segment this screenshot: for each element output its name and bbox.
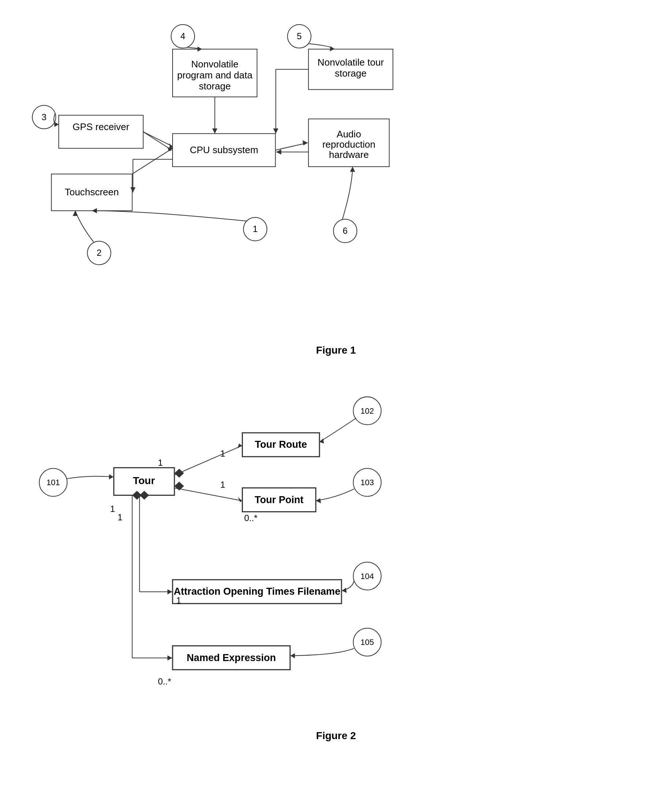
svg-point-38 (87, 241, 111, 265)
svg-line-67 (174, 446, 242, 475)
svg-text:Tour Point: Tour Point (255, 494, 303, 505)
svg-rect-55 (242, 433, 319, 457)
svg-text:storage: storage (335, 68, 367, 79)
svg-text:Tour Route: Tour Route (255, 439, 307, 450)
svg-text:103: 103 (360, 478, 374, 487)
svg-text:102: 102 (360, 406, 374, 416)
svg-text:105: 105 (360, 638, 374, 647)
svg-marker-64 (174, 481, 184, 490)
svg-text:101: 101 (47, 478, 60, 487)
svg-text:CPU subsystem: CPU subsystem (190, 144, 258, 155)
svg-marker-99 (290, 653, 295, 658)
svg-point-88 (353, 397, 381, 425)
svg-marker-29 (276, 150, 282, 155)
svg-text:program and data: program and data (177, 70, 252, 81)
svg-marker-66 (132, 491, 142, 499)
svg-marker-96 (342, 588, 347, 593)
svg-marker-90 (320, 438, 324, 443)
svg-marker-93 (316, 498, 321, 504)
svg-marker-70 (238, 497, 242, 502)
svg-text:5: 5 (297, 31, 302, 41)
svg-marker-63 (174, 469, 184, 477)
svg-text:1: 1 (118, 512, 122, 522)
svg-line-26 (275, 143, 308, 150)
svg-marker-37 (92, 208, 97, 213)
svg-rect-1 (173, 49, 257, 97)
svg-rect-4 (308, 119, 390, 167)
svg-rect-5 (51, 174, 132, 211)
svg-line-17 (143, 132, 172, 150)
svg-marker-73 (167, 589, 172, 594)
svg-marker-27 (303, 140, 308, 145)
svg-line-19 (143, 132, 173, 147)
svg-text:1: 1 (220, 480, 225, 489)
svg-marker-65 (140, 491, 149, 499)
svg-point-91 (353, 468, 381, 496)
svg-text:Touchscreen: Touchscreen (65, 187, 119, 197)
svg-line-33 (132, 149, 173, 174)
svg-point-50 (333, 219, 357, 242)
svg-marker-49 (330, 46, 334, 51)
svg-point-35 (243, 217, 267, 241)
figure2-container: Tour Tour Route Tour Point Attraction Op… (15, 367, 657, 789)
svg-point-47 (288, 25, 311, 48)
svg-text:Nonvolatile: Nonvolatile (191, 58, 238, 70)
figure1-container: GPS receiver Nonvolatile program and dat… (15, 15, 657, 374)
svg-marker-22 (212, 129, 217, 134)
svg-text:Attraction Opening Times Filen: Attraction Opening Times Filename (174, 586, 340, 597)
page: GPS receiver Nonvolatile program and dat… (0, 0, 672, 808)
svg-text:1: 1 (110, 504, 115, 514)
svg-marker-52 (350, 167, 355, 172)
svg-text:1: 1 (220, 449, 225, 458)
svg-marker-46 (197, 47, 202, 52)
svg-text:4: 4 (180, 31, 185, 41)
svg-text:reproduction: reproduction (322, 139, 375, 150)
svg-text:3: 3 (42, 112, 46, 122)
svg-marker-43 (54, 122, 58, 127)
svg-rect-3 (173, 134, 275, 167)
svg-line-69 (174, 488, 242, 501)
svg-rect-2 (308, 49, 393, 89)
svg-text:Audio: Audio (337, 129, 361, 140)
svg-marker-25 (273, 129, 278, 134)
svg-marker-76 (167, 655, 172, 660)
svg-marker-34 (168, 145, 173, 150)
svg-rect-61 (173, 646, 290, 669)
svg-text:2: 2 (97, 248, 102, 258)
svg-marker-68 (237, 443, 242, 448)
svg-text:Nonvolatile tour: Nonvolatile tour (318, 57, 384, 68)
svg-point-41 (32, 105, 56, 129)
svg-rect-0 (58, 115, 143, 149)
svg-marker-20 (169, 143, 173, 148)
svg-text:104: 104 (360, 572, 374, 581)
svg-text:hardware: hardware (329, 149, 369, 160)
svg-text:1: 1 (158, 458, 163, 467)
svg-text:Named Expression: Named Expression (187, 652, 276, 663)
svg-text:1: 1 (176, 596, 181, 605)
svg-marker-18 (167, 147, 172, 151)
svg-text:Tour: Tour (133, 475, 155, 486)
svg-point-85 (39, 468, 67, 496)
svg-text:storage: storage (199, 81, 231, 92)
svg-text:6: 6 (343, 226, 347, 235)
svg-marker-32 (130, 187, 135, 192)
svg-point-97 (353, 628, 381, 656)
svg-rect-53 (114, 467, 174, 495)
svg-point-44 (171, 25, 195, 48)
svg-marker-87 (109, 474, 113, 479)
svg-text:GPS receiver: GPS receiver (73, 121, 129, 132)
svg-text:1: 1 (253, 224, 258, 234)
svg-rect-59 (173, 580, 342, 604)
svg-point-94 (353, 562, 381, 590)
figure2-svg: Tour Tour Route Tour Point Attraction Op… (15, 367, 657, 789)
svg-rect-57 (242, 488, 315, 512)
figure1-svg: GPS receiver Nonvolatile program and dat… (15, 15, 657, 374)
svg-text:0..*: 0..* (244, 513, 257, 523)
svg-marker-40 (73, 211, 78, 216)
svg-text:0..*: 0..* (158, 676, 171, 686)
